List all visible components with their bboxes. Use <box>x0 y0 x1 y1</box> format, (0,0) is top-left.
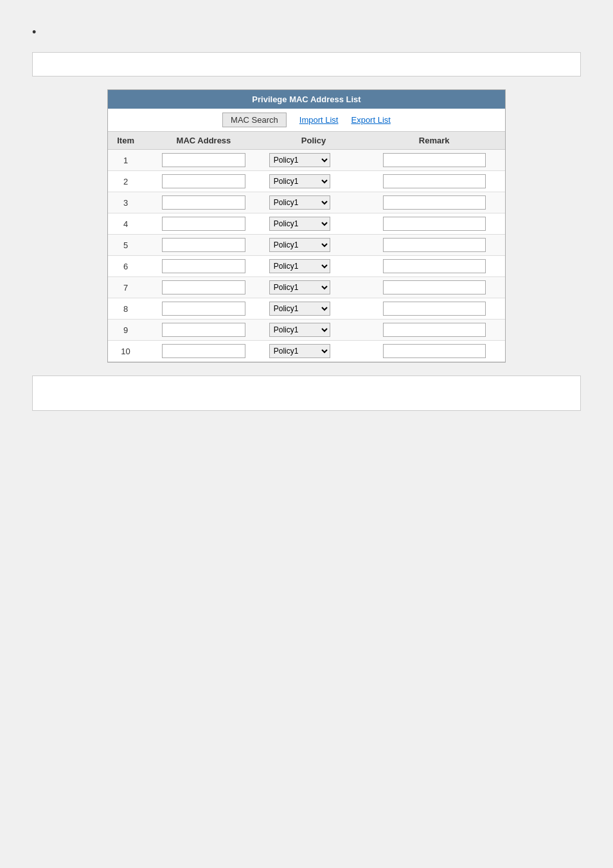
remark-input[interactable] <box>383 323 486 337</box>
row-item-number: 10 <box>108 341 143 362</box>
col-header-item: Item <box>108 132 143 150</box>
row-policy-cell: Policy1Policy2Policy3 <box>264 341 364 362</box>
remark-input[interactable] <box>383 302 486 316</box>
panel-header: Privilege MAC Address List <box>108 90 505 109</box>
mac-address-table: Item MAC Address Policy Remark 1Policy1P… <box>108 132 505 362</box>
row-policy-cell: Policy1Policy2Policy3 <box>264 320 364 341</box>
mac-address-panel: Privilege MAC Address List MAC Search Im… <box>107 89 506 363</box>
row-policy-cell: Policy1Policy2Policy3 <box>264 150 364 171</box>
policy-select[interactable]: Policy1Policy2Policy3 <box>269 174 330 188</box>
remark-input[interactable] <box>383 259 486 273</box>
remark-input[interactable] <box>383 195 486 210</box>
row-item-number: 8 <box>108 298 143 320</box>
remark-input[interactable] <box>383 238 486 252</box>
table-row: 5Policy1Policy2Policy3 <box>108 235 505 256</box>
row-mac-cell <box>143 150 264 171</box>
mac-address-input[interactable] <box>162 259 245 273</box>
mac-address-input[interactable] <box>162 153 245 167</box>
export-list-link[interactable]: Export List <box>351 115 390 125</box>
row-mac-cell <box>143 320 264 341</box>
top-bar <box>32 52 581 77</box>
row-item-number: 2 <box>108 171 143 192</box>
policy-select[interactable]: Policy1Policy2Policy3 <box>269 217 330 231</box>
mac-address-input[interactable] <box>162 195 245 210</box>
col-header-policy: Policy <box>264 132 364 150</box>
col-header-remark: Remark <box>363 132 505 150</box>
row-item-number: 1 <box>108 150 143 171</box>
row-mac-cell <box>143 298 264 320</box>
mac-search-button[interactable]: MAC Search <box>222 113 287 127</box>
row-remark-cell <box>363 192 505 213</box>
row-remark-cell <box>363 256 505 277</box>
table-row: 4Policy1Policy2Policy3 <box>108 213 505 235</box>
row-mac-cell <box>143 192 264 213</box>
row-policy-cell: Policy1Policy2Policy3 <box>264 171 364 192</box>
row-remark-cell <box>363 341 505 362</box>
row-item-number: 7 <box>108 277 143 298</box>
row-remark-cell <box>363 320 505 341</box>
row-policy-cell: Policy1Policy2Policy3 <box>264 298 364 320</box>
page-wrapper: • Privilege MAC Address List MAC Search … <box>13 13 600 424</box>
row-mac-cell <box>143 341 264 362</box>
table-row: 6Policy1Policy2Policy3 <box>108 256 505 277</box>
remark-input[interactable] <box>383 280 486 294</box>
policy-select[interactable]: Policy1Policy2Policy3 <box>269 195 330 210</box>
policy-select[interactable]: Policy1Policy2Policy3 <box>269 302 330 316</box>
panel-title: Privilege MAC Address List <box>252 95 360 104</box>
row-remark-cell <box>363 213 505 235</box>
remark-input[interactable] <box>383 174 486 188</box>
row-mac-cell <box>143 171 264 192</box>
row-item-number: 9 <box>108 320 143 341</box>
row-policy-cell: Policy1Policy2Policy3 <box>264 192 364 213</box>
policy-select[interactable]: Policy1Policy2Policy3 <box>269 238 330 252</box>
mac-address-input[interactable] <box>162 280 245 294</box>
row-remark-cell <box>363 298 505 320</box>
row-remark-cell <box>363 150 505 171</box>
table-row: 10Policy1Policy2Policy3 <box>108 341 505 362</box>
import-list-link[interactable]: Import List <box>299 115 339 125</box>
policy-select[interactable]: Policy1Policy2Policy3 <box>269 344 330 358</box>
row-mac-cell <box>143 213 264 235</box>
row-policy-cell: Policy1Policy2Policy3 <box>264 235 364 256</box>
remark-input[interactable] <box>383 153 486 167</box>
row-item-number: 3 <box>108 192 143 213</box>
row-item-number: 5 <box>108 235 143 256</box>
mac-address-input[interactable] <box>162 217 245 231</box>
bottom-bar <box>32 375 581 411</box>
bullet-point: • <box>32 26 581 39</box>
row-mac-cell <box>143 235 264 256</box>
row-remark-cell <box>363 277 505 298</box>
row-policy-cell: Policy1Policy2Policy3 <box>264 213 364 235</box>
policy-select[interactable]: Policy1Policy2Policy3 <box>269 323 330 337</box>
policy-select[interactable]: Policy1Policy2Policy3 <box>269 259 330 273</box>
row-policy-cell: Policy1Policy2Policy3 <box>264 277 364 298</box>
mac-address-input[interactable] <box>162 174 245 188</box>
row-remark-cell <box>363 171 505 192</box>
remark-input[interactable] <box>383 344 486 358</box>
row-item-number: 4 <box>108 213 143 235</box>
policy-select[interactable]: Policy1Policy2Policy3 <box>269 280 330 294</box>
table-row: 3Policy1Policy2Policy3 <box>108 192 505 213</box>
row-mac-cell <box>143 256 264 277</box>
table-row: 7Policy1Policy2Policy3 <box>108 277 505 298</box>
mac-address-input[interactable] <box>162 238 245 252</box>
policy-select[interactable]: Policy1Policy2Policy3 <box>269 153 330 167</box>
remark-input[interactable] <box>383 217 486 231</box>
row-remark-cell <box>363 235 505 256</box>
table-row: 8Policy1Policy2Policy3 <box>108 298 505 320</box>
table-row: 9Policy1Policy2Policy3 <box>108 320 505 341</box>
row-item-number: 6 <box>108 256 143 277</box>
mac-address-input[interactable] <box>162 344 245 358</box>
mac-address-input[interactable] <box>162 302 245 316</box>
row-policy-cell: Policy1Policy2Policy3 <box>264 256 364 277</box>
col-header-mac: MAC Address <box>143 132 264 150</box>
mac-address-input[interactable] <box>162 323 245 337</box>
table-row: 1Policy1Policy2Policy3 <box>108 150 505 171</box>
table-row: 2Policy1Policy2Policy3 <box>108 171 505 192</box>
panel-toolbar: MAC Search Import List Export List <box>108 109 505 132</box>
row-mac-cell <box>143 277 264 298</box>
